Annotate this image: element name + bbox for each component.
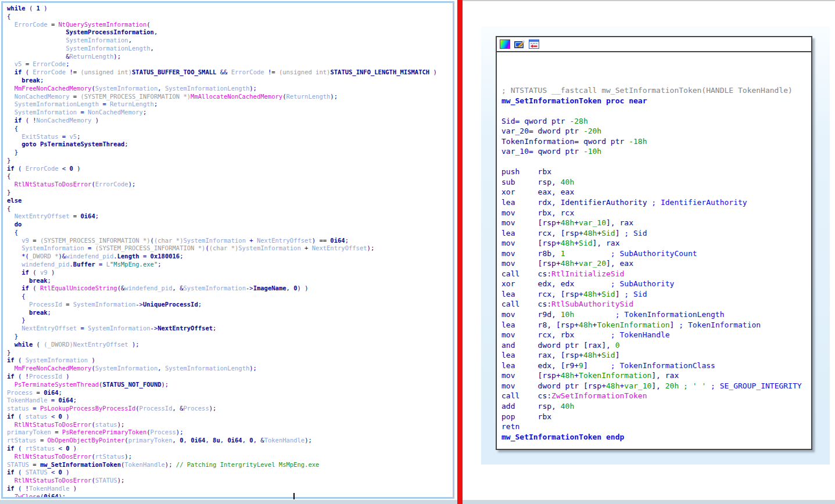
code-token: ProcessId <box>139 405 173 412</box>
code-token: ; <box>157 261 161 268</box>
code-token: if <box>7 165 15 172</box>
code-line: mov r8b, 1 ; SubAuthorityCount <box>501 249 811 259</box>
code-token: ) <box>40 5 48 12</box>
code-token: UniqueProcessId <box>143 301 198 308</box>
code-token: Process <box>183 405 209 412</box>
code-line: status = PsLookupProcessByProcessId(Proc… <box>7 405 453 413</box>
code-line: mov dword ptr [rsp+48h+var_10], 20h ; ' … <box>501 381 811 391</box>
code-token: ErrorCode <box>15 21 48 28</box>
code-token <box>7 381 15 388</box>
code-line: break; <box>7 309 453 317</box>
code-token <box>7 60 15 67</box>
code-line: break; <box>7 277 453 285</box>
code-token: ; <box>48 309 51 316</box>
code-token: = <box>29 405 40 412</box>
disassembly-code-area[interactable]: ; NTSTATUS __fastcall mw_SetInformationT… <box>497 52 811 450</box>
code-line: mov rcx, rbx ; TokenHandle <box>501 330 811 340</box>
code-token: status <box>26 413 48 420</box>
code-token: SystemInformationLength <box>15 100 99 107</box>
code-line: if ( !NonCachedMemory ) <box>7 117 453 125</box>
code-line: if ( ErrorCode < 0 ) <box>7 165 453 173</box>
code-token: -18h <box>629 137 647 146</box>
code-token <box>7 309 29 316</box>
code-token: ( ! <box>21 117 36 124</box>
code-token: ) <box>48 269 55 276</box>
code-token: = <box>139 253 150 260</box>
code-token: , <box>286 285 294 291</box>
code-token: ; <box>154 100 157 107</box>
code-token: ); <box>176 429 184 435</box>
code-token: ); <box>59 493 66 499</box>
code-token: mov [rsp+ <box>501 259 561 268</box>
code-token: ; <box>40 77 44 84</box>
code-token: 0 <box>615 341 620 350</box>
code-token: ); <box>304 437 312 444</box>
sync-icon[interactable] <box>529 39 539 49</box>
code-token: (SYSTEM_PROCESS_INFORMATION *) <box>95 244 206 251</box>
code-token: ); <box>113 53 121 60</box>
code-token: rtStatus <box>7 437 37 444</box>
decompiler-code-area[interactable]: while ( 1 ){ ErrorCode = NtQuerySystemIn… <box>3 3 453 499</box>
code-line: ExitStatus = v5; <box>7 133 453 141</box>
code-token: , <box>150 45 154 52</box>
edit-icon[interactable] <box>514 39 525 49</box>
code-line: primaryToken = PsReferencePrimaryToken(P… <box>7 429 453 437</box>
code-token: (& <box>117 285 125 291</box>
code-token: do <box>15 221 22 228</box>
decompiler-panel[interactable]: while ( 1 ){ ErrorCode = NtQuerySystemIn… <box>1 1 454 499</box>
code-token: ExitStatus <box>21 133 58 140</box>
code-token: ) <box>429 69 437 75</box>
code-token: ; TokenHandle <box>611 330 670 339</box>
code-token: -10h <box>583 147 601 156</box>
code-line: while ( 1 ) <box>7 5 453 13</box>
code-token: 48h <box>583 229 597 237</box>
code-token: ) <box>70 485 77 492</box>
code-token: { <box>7 205 10 212</box>
code-line: RtlNtStatusToDosError(ErrorCode); <box>7 181 453 189</box>
code-token <box>7 237 21 244</box>
code-token: break <box>29 277 48 284</box>
code-token: lea r8, [rsp+ <box>501 321 579 329</box>
code-token: , <box>242 437 250 444</box>
code-token: ( <box>15 357 26 363</box>
code-token <box>574 330 611 339</box>
code-token: = <box>95 261 106 268</box>
code-token: ( <box>21 69 33 75</box>
code-token: TokenHandle <box>264 437 305 444</box>
code-line: SystemInformation = NonCachedMemory; <box>7 109 453 117</box>
code-token: ; ' ' <box>683 381 706 390</box>
code-token: 8u <box>213 437 220 444</box>
code-token: ( <box>15 445 26 452</box>
code-token: NextEntryOffset <box>157 325 213 332</box>
code-token: ], rax <box>651 371 679 380</box>
code-token: != <box>66 69 80 75</box>
code-token: while <box>15 341 33 348</box>
code-token: ); <box>165 461 176 468</box>
code-token: rtStatus <box>26 445 55 452</box>
code-token: + <box>574 371 579 380</box>
code-token: ) ) <box>298 285 309 291</box>
code-token: (char *) <box>209 244 239 251</box>
disassembly-panel[interactable]: ; NTSTATUS __fastcall mw_SetInformationT… <box>496 36 812 450</box>
code-token: ; <box>59 389 62 396</box>
code-token: lea rcx, [rsp+ <box>501 229 583 237</box>
code-token: goto <box>21 141 36 147</box>
code-line: goto PsTerminateSystemThread; <box>7 141 453 149</box>
code-token: status <box>95 421 117 428</box>
code-token: ErrorCode <box>95 181 128 188</box>
code-token: , <box>157 365 165 372</box>
code-token: } <box>7 189 10 196</box>
code-token: mov r8b, <box>501 249 561 258</box>
code-line: mw_SetInformationToken proc near <box>501 96 811 106</box>
code-token <box>7 365 15 372</box>
code-line: { <box>7 172 453 181</box>
code-line: { <box>7 293 453 301</box>
code-token: , & <box>173 285 184 291</box>
code-token: pop rbx <box>501 412 551 421</box>
code-token: ) <box>73 165 81 172</box>
code-token: call cs: <box>501 300 551 308</box>
palette-icon[interactable] <box>500 39 510 49</box>
code-line: } <box>7 316 453 325</box>
code-token: 48h <box>583 290 597 298</box>
code-token: MmFreeNonCachedMemory <box>15 85 92 92</box>
